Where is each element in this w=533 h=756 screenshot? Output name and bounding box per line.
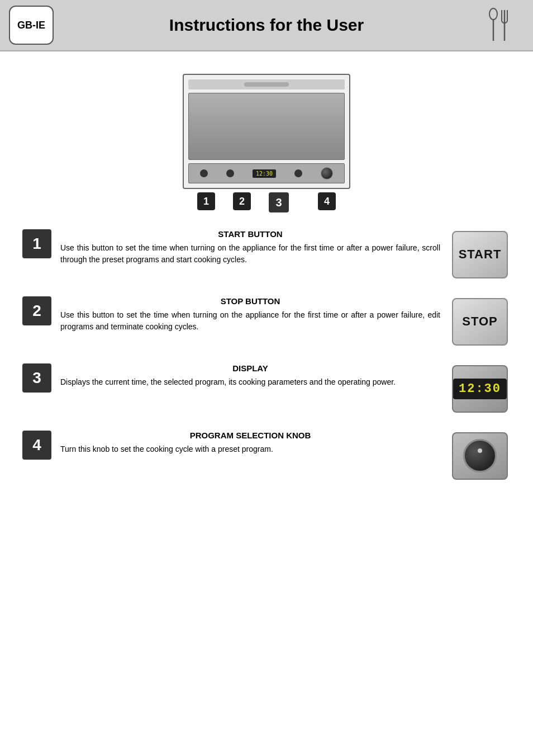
num-4: 4 [318,192,336,210]
num-3: 3 [269,192,289,212]
appliance-handle [244,82,289,87]
knob-dot [478,448,482,453]
section-body-4: Turn this knob to set the cooking cycle … [60,443,440,455]
section-2: 2 STOP BUTTON Use this button to set the… [22,296,511,347]
logo: GB-IE [9,6,54,45]
display-value: 12:30 [453,379,507,399]
section-number-3: 3 [22,363,51,393]
section-text-2: STOP BUTTON Use this button to set the t… [60,296,440,333]
appliance-controls: 12:30 [188,163,345,183]
appliance-top [188,79,345,89]
header: GB-IE Instructions for the User [0,0,533,51]
section-body-2: Use this button to set the time when tur… [60,309,440,333]
ctrl-dot-3 [294,169,302,177]
section-title-3: DISPLAY [60,363,440,373]
section-number-2: 2 [22,296,51,325]
section-4: 4 PROGRAM SELECTION KNOB Turn this knob … [22,431,511,481]
appliance-illustration: 12:30 1 2 3 4 [22,74,511,212]
section-number-1: 1 [22,229,51,258]
appliance-box: 12:30 [183,74,350,189]
appliance-numbers: 1 2 3 4 [183,192,350,212]
knob-circle [463,439,497,472]
section-3: 3 DISPLAY Displays the current time, the… [22,363,511,414]
section-1: 1 START BUTTON Use this button to set th… [22,229,511,280]
stop-button-visual: STOP [452,298,508,346]
section-text-4: PROGRAM SELECTION KNOB Turn this knob to… [60,431,440,455]
num-2: 2 [233,192,251,210]
section-image-2: STOP [449,296,511,347]
section-title-2: STOP BUTTON [60,296,440,306]
section-body-3: Displays the current time, the selected … [60,376,440,388]
num-1: 1 [197,192,215,210]
section-image-1: START [449,229,511,280]
ctrl-dot-1 [200,169,208,177]
section-image-3: 12:30 [449,363,511,414]
ctrl-knob [321,167,333,179]
section-text-1: START BUTTON Use this button to set the … [60,229,440,266]
section-title-1: START BUTTON [60,229,440,239]
section-title-4: PROGRAM SELECTION KNOB [60,431,440,440]
svg-point-0 [489,8,497,20]
section-number-4: 4 [22,431,51,460]
ctrl-dot-2 [226,169,234,177]
utensils-icon [479,6,524,45]
section-text-3: DISPLAY Displays the current time, the s… [60,363,440,388]
display-visual: 12:30 [452,365,508,413]
main-content: 12:30 1 2 3 4 1 START BUTTON Use this bu… [0,51,533,509]
section-image-4 [449,431,511,481]
section-body-1: Use this button to set the time when tur… [60,242,440,266]
page-title: Instructions for the User [54,16,479,35]
start-button-visual: START [452,231,508,278]
ctrl-display: 12:30 [253,169,276,178]
knob-visual [452,432,508,480]
appliance-door [188,93,345,160]
